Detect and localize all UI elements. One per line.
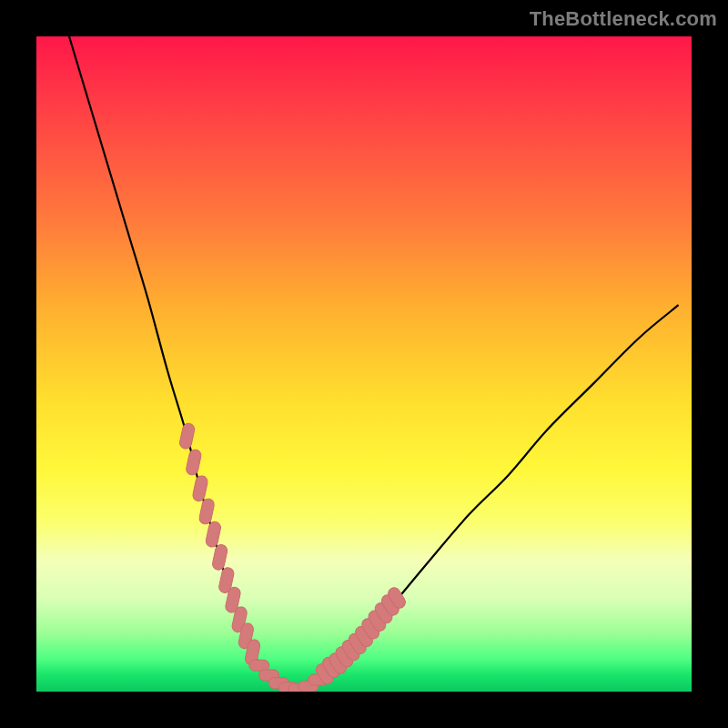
curve-marker: [198, 498, 216, 525]
bottleneck-curve: [69, 36, 679, 692]
curve-marker: [249, 660, 269, 671]
curve-marker: [186, 449, 203, 476]
curve-marker: [211, 543, 228, 571]
plot-area: [36, 36, 692, 692]
chart-svg: [36, 36, 692, 692]
curve-marker: [205, 521, 222, 548]
curve-marker: [192, 475, 209, 502]
curve-marker: [178, 422, 196, 450]
curve-markers: [178, 422, 408, 692]
chart-frame: TheBottleneck.com: [0, 0, 728, 728]
watermark-text: TheBottleneck.com: [530, 7, 717, 31]
